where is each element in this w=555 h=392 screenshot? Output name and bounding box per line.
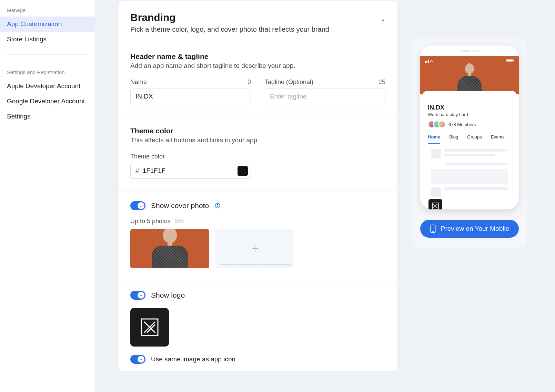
sidebar-item-label: Google Developer Account	[7, 97, 85, 105]
phone-app-name: IN.DX	[428, 104, 511, 111]
sidebar-item-label: Store Listings	[7, 35, 47, 43]
theme-color-field[interactable]: #	[130, 163, 251, 179]
cover-photo-toggle-label: Show cover photo	[151, 202, 209, 210]
sidebar-item-label: App Customization	[7, 20, 62, 28]
sidebar-divider	[7, 54, 88, 55]
logo-image[interactable]	[130, 308, 169, 347]
member-avatars	[428, 121, 446, 128]
svg-rect-11	[428, 60, 429, 63]
sidebar-item-app-customization[interactable]: App Customization	[0, 17, 95, 32]
sidebar: Manage App Customization Store Listings …	[0, 0, 95, 392]
phone-app-icon	[428, 198, 443, 209]
phone-tab-events[interactable]: Events	[491, 134, 505, 144]
svg-rect-9	[425, 61, 426, 63]
members-count: 678 Members	[448, 122, 476, 127]
phone-tab-home[interactable]: Home	[428, 134, 440, 144]
phone-feed-skeleton	[428, 144, 511, 206]
signal-icon	[425, 59, 434, 63]
logo-icon	[139, 317, 160, 338]
svg-rect-14	[507, 60, 512, 61]
theme-color-input[interactable]	[143, 167, 238, 175]
logo-toggle[interactable]	[130, 291, 145, 300]
sidebar-section-manage: Manage	[0, 0, 95, 17]
phone-tagline: Work hard play hard	[428, 112, 511, 117]
cover-photo-image	[146, 229, 194, 268]
card-title: Branding	[130, 12, 329, 23]
tagline-char-count: 25	[379, 79, 385, 86]
hash-symbol: #	[135, 167, 139, 175]
phone-tab-blog[interactable]: Blog	[449, 134, 458, 144]
toggle-knob	[138, 202, 144, 209]
battery-icon	[506, 59, 514, 63]
photos-count: 5/5	[175, 218, 184, 225]
phone-cover-image	[420, 66, 519, 94]
photos-limit-label: Up to 5 photos	[130, 218, 171, 225]
chevron-up-icon[interactable]	[381, 18, 385, 23]
phone-tabs: Home Blog Groups Events	[428, 134, 511, 144]
preview-on-mobile-button[interactable]: Preview on Your Mobile	[420, 220, 519, 238]
cover-photo-toggle[interactable]	[130, 201, 145, 210]
avatar	[438, 121, 446, 128]
phone-tab-groups[interactable]: Groups	[467, 134, 482, 144]
sidebar-item-google-dev[interactable]: Google Developer Account	[0, 94, 95, 109]
svg-rect-13	[513, 60, 514, 61]
sidebar-item-label: Apple Developer Account	[7, 82, 80, 90]
logo-toggle-label: Show logo	[151, 291, 185, 299]
branding-card: Branding Pick a theme color, logo, and c…	[119, 1, 397, 371]
preview-button-label: Preview on Your Mobile	[441, 225, 509, 233]
cover-person	[454, 63, 485, 94]
phone-members: 678 Members	[428, 121, 511, 128]
sidebar-item-settings[interactable]: Settings	[0, 109, 95, 124]
color-swatch[interactable]	[238, 166, 248, 176]
name-input[interactable]	[130, 89, 251, 104]
svg-rect-10	[426, 61, 427, 63]
sidebar-item-label: Settings	[7, 113, 31, 120]
section-logo: Show logo Use sam	[119, 280, 397, 371]
toggle-knob	[138, 292, 144, 299]
card-header[interactable]: Branding Pick a theme color, logo, and c…	[119, 1, 397, 42]
info-icon[interactable]	[214, 203, 221, 209]
cover-photo-thumbnail[interactable]	[130, 229, 209, 268]
same-as-app-icon-label: Use same image as app icon	[151, 355, 235, 363]
sidebar-section-settings: Settings and Registration	[0, 62, 95, 79]
name-label: Name	[130, 79, 147, 86]
add-cover-photo-button[interactable]	[215, 229, 294, 268]
tagline-label: Tagline (Optional)	[265, 79, 313, 86]
phone-notch	[420, 45, 519, 56]
same-as-app-icon-toggle[interactable]	[130, 355, 145, 364]
tagline-input[interactable]	[265, 89, 385, 104]
name-char-count: 9	[248, 79, 251, 86]
section-title: Theme color	[130, 127, 385, 135]
toggle-knob	[138, 356, 144, 363]
section-cover-photo: Show cover photo Up to 5 photos 5/5	[119, 190, 397, 280]
card-subtitle: Pick a theme color, logo, and cover phot…	[130, 25, 329, 33]
phone-preview: IN.DX Work hard play hard 678 Members Ho…	[420, 45, 519, 209]
section-theme-color: Theme color This affects all buttons and…	[119, 116, 397, 190]
section-header-tagline: Header name & tagline Add an app name an…	[119, 42, 397, 116]
preview-panel: IN.DX Work hard play hard 678 Members Ho…	[412, 39, 527, 247]
sidebar-item-store-listings[interactable]: Store Listings	[0, 32, 95, 47]
plus-icon	[250, 244, 260, 254]
svg-point-2	[218, 205, 218, 205]
theme-color-label: Theme color	[130, 153, 385, 160]
sidebar-item-apple-dev[interactable]: Apple Developer Account	[0, 79, 95, 94]
section-subtitle: Add an app name and short tagline to des…	[130, 62, 385, 70]
section-title: Header name & tagline	[130, 52, 385, 61]
mobile-icon	[430, 224, 436, 233]
section-subtitle: This affects all buttons and links in yo…	[130, 136, 385, 144]
